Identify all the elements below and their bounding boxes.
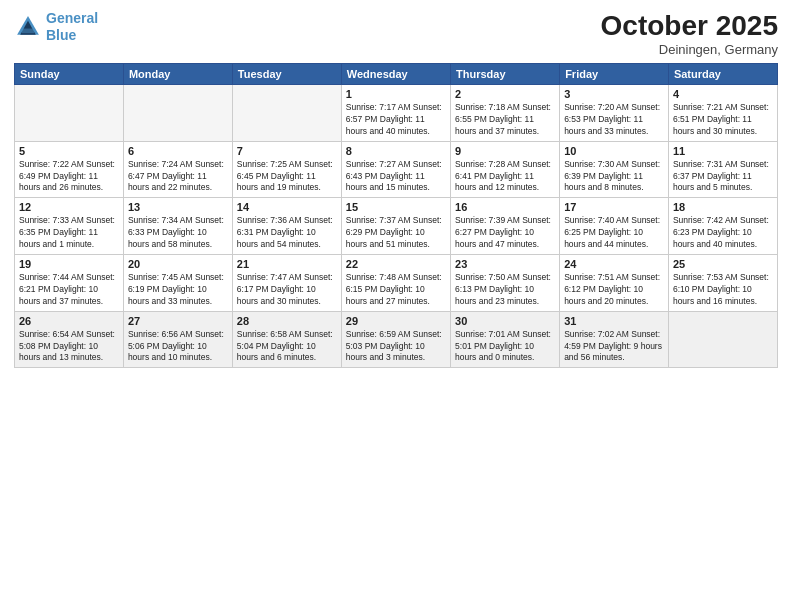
day-info: Sunrise: 7:48 AM Sunset: 6:15 PM Dayligh… — [346, 272, 446, 308]
day-number: 29 — [346, 315, 446, 327]
calendar-cell: 31Sunrise: 7:02 AM Sunset: 4:59 PM Dayli… — [560, 311, 669, 368]
logo-line1: General — [46, 10, 98, 26]
day-info: Sunrise: 7:01 AM Sunset: 5:01 PM Dayligh… — [455, 329, 555, 365]
calendar-week-4: 26Sunrise: 6:54 AM Sunset: 5:08 PM Dayli… — [15, 311, 778, 368]
day-number: 21 — [237, 258, 337, 270]
calendar-page: General Blue October 2025 Deiningen, Ger… — [0, 0, 792, 612]
day-info: Sunrise: 7:53 AM Sunset: 6:10 PM Dayligh… — [673, 272, 773, 308]
calendar-week-0: 1Sunrise: 7:17 AM Sunset: 6:57 PM Daylig… — [15, 85, 778, 142]
header: General Blue October 2025 Deiningen, Ger… — [14, 10, 778, 57]
weekday-header-row: Sunday Monday Tuesday Wednesday Thursday… — [15, 64, 778, 85]
calendar-cell: 19Sunrise: 7:44 AM Sunset: 6:21 PM Dayli… — [15, 255, 124, 312]
day-info: Sunrise: 7:18 AM Sunset: 6:55 PM Dayligh… — [455, 102, 555, 138]
day-number: 23 — [455, 258, 555, 270]
logo-line2: Blue — [46, 27, 76, 43]
header-sunday: Sunday — [15, 64, 124, 85]
calendar-cell: 23Sunrise: 7:50 AM Sunset: 6:13 PM Dayli… — [451, 255, 560, 312]
calendar-cell: 2Sunrise: 7:18 AM Sunset: 6:55 PM Daylig… — [451, 85, 560, 142]
header-saturday: Saturday — [668, 64, 777, 85]
day-number: 25 — [673, 258, 773, 270]
calendar-cell — [123, 85, 232, 142]
calendar-cell: 6Sunrise: 7:24 AM Sunset: 6:47 PM Daylig… — [123, 141, 232, 198]
day-info: Sunrise: 7:31 AM Sunset: 6:37 PM Dayligh… — [673, 159, 773, 195]
calendar-cell: 11Sunrise: 7:31 AM Sunset: 6:37 PM Dayli… — [668, 141, 777, 198]
day-info: Sunrise: 7:24 AM Sunset: 6:47 PM Dayligh… — [128, 159, 228, 195]
day-number: 24 — [564, 258, 664, 270]
day-info: Sunrise: 7:30 AM Sunset: 6:39 PM Dayligh… — [564, 159, 664, 195]
calendar-cell: 1Sunrise: 7:17 AM Sunset: 6:57 PM Daylig… — [341, 85, 450, 142]
day-number: 13 — [128, 201, 228, 213]
logo-text: General Blue — [46, 10, 98, 44]
calendar-cell: 27Sunrise: 6:56 AM Sunset: 5:06 PM Dayli… — [123, 311, 232, 368]
calendar-week-3: 19Sunrise: 7:44 AM Sunset: 6:21 PM Dayli… — [15, 255, 778, 312]
calendar-cell: 9Sunrise: 7:28 AM Sunset: 6:41 PM Daylig… — [451, 141, 560, 198]
calendar-cell: 4Sunrise: 7:21 AM Sunset: 6:51 PM Daylig… — [668, 85, 777, 142]
day-number: 26 — [19, 315, 119, 327]
day-number: 3 — [564, 88, 664, 100]
day-info: Sunrise: 7:36 AM Sunset: 6:31 PM Dayligh… — [237, 215, 337, 251]
day-number: 10 — [564, 145, 664, 157]
day-info: Sunrise: 7:20 AM Sunset: 6:53 PM Dayligh… — [564, 102, 664, 138]
day-number: 18 — [673, 201, 773, 213]
calendar-cell: 30Sunrise: 7:01 AM Sunset: 5:01 PM Dayli… — [451, 311, 560, 368]
calendar-cell: 14Sunrise: 7:36 AM Sunset: 6:31 PM Dayli… — [232, 198, 341, 255]
day-info: Sunrise: 7:22 AM Sunset: 6:49 PM Dayligh… — [19, 159, 119, 195]
calendar-cell — [232, 85, 341, 142]
calendar-cell — [668, 311, 777, 368]
svg-rect-2 — [22, 28, 34, 33]
day-number: 11 — [673, 145, 773, 157]
calendar-cell: 21Sunrise: 7:47 AM Sunset: 6:17 PM Dayli… — [232, 255, 341, 312]
day-info: Sunrise: 6:56 AM Sunset: 5:06 PM Dayligh… — [128, 329, 228, 365]
day-info: Sunrise: 7:02 AM Sunset: 4:59 PM Dayligh… — [564, 329, 664, 365]
title-block: October 2025 Deiningen, Germany — [601, 10, 778, 57]
day-info: Sunrise: 7:40 AM Sunset: 6:25 PM Dayligh… — [564, 215, 664, 251]
logo: General Blue — [14, 10, 98, 44]
calendar-table: Sunday Monday Tuesday Wednesday Thursday… — [14, 63, 778, 368]
calendar-cell: 5Sunrise: 7:22 AM Sunset: 6:49 PM Daylig… — [15, 141, 124, 198]
calendar-cell: 10Sunrise: 7:30 AM Sunset: 6:39 PM Dayli… — [560, 141, 669, 198]
calendar-cell: 13Sunrise: 7:34 AM Sunset: 6:33 PM Dayli… — [123, 198, 232, 255]
header-monday: Monday — [123, 64, 232, 85]
day-number: 28 — [237, 315, 337, 327]
day-number: 27 — [128, 315, 228, 327]
calendar-cell: 7Sunrise: 7:25 AM Sunset: 6:45 PM Daylig… — [232, 141, 341, 198]
day-number: 1 — [346, 88, 446, 100]
calendar-cell: 15Sunrise: 7:37 AM Sunset: 6:29 PM Dayli… — [341, 198, 450, 255]
day-number: 17 — [564, 201, 664, 213]
header-tuesday: Tuesday — [232, 64, 341, 85]
day-number: 31 — [564, 315, 664, 327]
calendar-week-1: 5Sunrise: 7:22 AM Sunset: 6:49 PM Daylig… — [15, 141, 778, 198]
day-info: Sunrise: 6:54 AM Sunset: 5:08 PM Dayligh… — [19, 329, 119, 365]
calendar-cell: 18Sunrise: 7:42 AM Sunset: 6:23 PM Dayli… — [668, 198, 777, 255]
location: Deiningen, Germany — [601, 42, 778, 57]
calendar-cell: 12Sunrise: 7:33 AM Sunset: 6:35 PM Dayli… — [15, 198, 124, 255]
day-info: Sunrise: 6:58 AM Sunset: 5:04 PM Dayligh… — [237, 329, 337, 365]
calendar-cell: 22Sunrise: 7:48 AM Sunset: 6:15 PM Dayli… — [341, 255, 450, 312]
calendar-cell: 20Sunrise: 7:45 AM Sunset: 6:19 PM Dayli… — [123, 255, 232, 312]
day-info: Sunrise: 7:51 AM Sunset: 6:12 PM Dayligh… — [564, 272, 664, 308]
day-number: 4 — [673, 88, 773, 100]
day-info: Sunrise: 7:50 AM Sunset: 6:13 PM Dayligh… — [455, 272, 555, 308]
day-info: Sunrise: 7:33 AM Sunset: 6:35 PM Dayligh… — [19, 215, 119, 251]
day-number: 12 — [19, 201, 119, 213]
day-info: Sunrise: 7:45 AM Sunset: 6:19 PM Dayligh… — [128, 272, 228, 308]
calendar-cell — [15, 85, 124, 142]
day-number: 7 — [237, 145, 337, 157]
day-number: 15 — [346, 201, 446, 213]
calendar-week-2: 12Sunrise: 7:33 AM Sunset: 6:35 PM Dayli… — [15, 198, 778, 255]
calendar-cell: 24Sunrise: 7:51 AM Sunset: 6:12 PM Dayli… — [560, 255, 669, 312]
header-thursday: Thursday — [451, 64, 560, 85]
day-info: Sunrise: 6:59 AM Sunset: 5:03 PM Dayligh… — [346, 329, 446, 365]
day-number: 5 — [19, 145, 119, 157]
calendar-cell: 28Sunrise: 6:58 AM Sunset: 5:04 PM Dayli… — [232, 311, 341, 368]
day-number: 8 — [346, 145, 446, 157]
calendar-cell: 16Sunrise: 7:39 AM Sunset: 6:27 PM Dayli… — [451, 198, 560, 255]
day-number: 16 — [455, 201, 555, 213]
day-info: Sunrise: 7:21 AM Sunset: 6:51 PM Dayligh… — [673, 102, 773, 138]
day-info: Sunrise: 7:25 AM Sunset: 6:45 PM Dayligh… — [237, 159, 337, 195]
day-info: Sunrise: 7:44 AM Sunset: 6:21 PM Dayligh… — [19, 272, 119, 308]
day-info: Sunrise: 7:34 AM Sunset: 6:33 PM Dayligh… — [128, 215, 228, 251]
logo-icon — [14, 13, 42, 41]
month-title: October 2025 — [601, 10, 778, 42]
day-number: 19 — [19, 258, 119, 270]
